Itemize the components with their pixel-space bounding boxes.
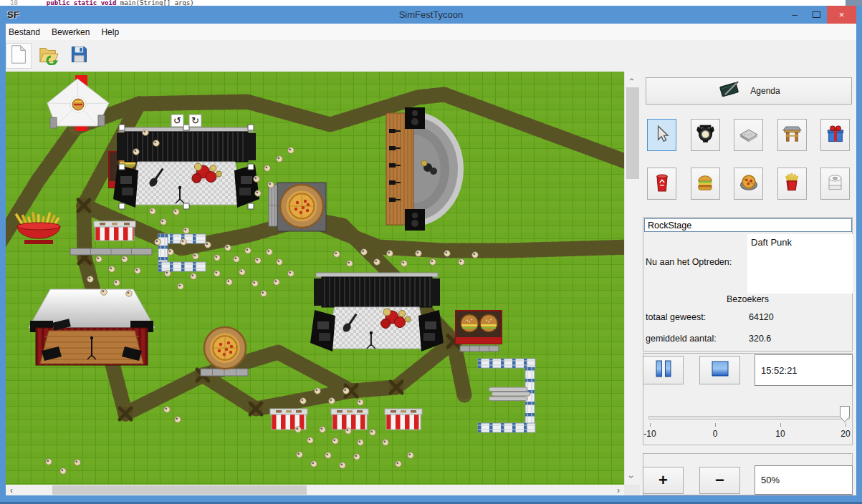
map-bench-planks[interactable] <box>269 185 278 226</box>
festival-map[interactable]: ↺↻ <box>6 72 624 485</box>
cursor-tool-button[interactable] <box>647 119 676 151</box>
open-folder-button[interactable] <box>36 43 62 69</box>
new-file-button[interactable] <box>6 43 32 69</box>
speed-slider-track[interactable] <box>648 416 850 420</box>
ide-code-keywords: public static void <box>47 0 117 6</box>
map-pizza-table[interactable] <box>204 327 246 369</box>
minimize-button[interactable]: – <box>784 6 805 24</box>
rotate-right-button[interactable]: ↻ <box>189 115 201 127</box>
agenda-button[interactable]: Agenda <box>646 77 852 105</box>
map-striped-stand[interactable] <box>270 409 307 430</box>
tool-row-2 <box>647 168 850 200</box>
scroll-left-icon[interactable]: ‹ <box>10 486 13 495</box>
ide-code-rest: main(String[] args) <box>116 0 193 6</box>
window-controls: – × <box>784 6 856 24</box>
stop-icon <box>710 360 730 380</box>
menu-item-bestand[interactable]: Bestand <box>0 27 46 37</box>
svg-text:↺: ↺ <box>173 115 181 126</box>
map-horizontal-scrollbar[interactable]: ‹ › <box>6 485 624 495</box>
rotate-left-button[interactable]: ↺ <box>171 115 183 127</box>
zoom-level-field[interactable]: 50% <box>755 465 853 495</box>
scroll-up-icon[interactable]: › <box>627 78 636 81</box>
slider-tick-label: 0 <box>701 429 729 439</box>
window-title: SimFestTycoon <box>0 9 862 20</box>
vertical-scroll-thumb[interactable] <box>626 87 639 179</box>
menu-bar: BestandBewerkenHelp <box>0 24 856 41</box>
burger-tool-button[interactable] <box>691 168 720 200</box>
average-visitors-value: 320.6 <box>749 334 771 344</box>
now-playing-label: Nu aan het Optreden: <box>646 257 732 267</box>
slider-tick-label: -10 <box>636 429 664 439</box>
road-icon <box>739 125 759 146</box>
gift-icon <box>825 124 846 147</box>
now-playing-value: Daft Punk <box>747 234 853 294</box>
background-ide-fragment <box>846 0 862 6</box>
total-visitors-value: 64120 <box>749 312 774 322</box>
cursor-icon <box>653 125 671 146</box>
gift-tool-button[interactable] <box>820 119 850 151</box>
window-border-left <box>0 24 6 495</box>
toilet-paper-tool-button[interactable] <box>820 168 850 200</box>
selected-object-name-input[interactable]: RockStage <box>644 218 852 232</box>
burger-icon <box>695 173 715 195</box>
tool-row-1 <box>647 119 850 151</box>
toolbar <box>0 40 856 72</box>
trash-tool-button[interactable] <box>647 168 676 200</box>
map-vertical-scrollbar[interactable]: › › <box>624 72 640 485</box>
pizza-tool-button[interactable] <box>734 168 763 200</box>
slider-tick-label: 20 <box>831 429 860 439</box>
toilet-paper-icon <box>825 173 845 195</box>
map-bench-planks[interactable] <box>460 346 499 352</box>
maximize-icon <box>813 11 820 18</box>
trash-icon <box>653 173 671 195</box>
maximize-button[interactable] <box>805 6 827 24</box>
spotlight-icon <box>696 124 715 146</box>
total-visitors-label: totaal geweest: <box>646 312 706 322</box>
road-tool-button[interactable] <box>734 119 763 151</box>
map-striped-stand[interactable] <box>331 409 368 430</box>
map-bench-planks[interactable] <box>201 369 248 376</box>
map-striped-stand[interactable] <box>94 221 135 241</box>
pizza-icon <box>739 173 759 195</box>
zoom-in-button[interactable]: + <box>643 467 684 494</box>
window-border-right <box>856 24 862 495</box>
scroll-down-icon[interactable]: › <box>627 475 636 478</box>
pause-icon <box>651 359 676 381</box>
slider-tick <box>780 423 781 427</box>
gate-tool-button[interactable] <box>777 119 807 151</box>
map-bench-planks[interactable] <box>70 248 152 255</box>
app-window: 10public static void main(String[] args)… <box>0 0 862 504</box>
gate-icon <box>782 124 802 146</box>
menu-item-bewerken[interactable]: Bewerken <box>46 27 95 37</box>
window-border-bottom <box>0 495 862 504</box>
close-button[interactable]: × <box>827 6 856 24</box>
minus-icon: − <box>715 472 724 488</box>
speed-slider[interactable]: -1001020 <box>648 401 850 442</box>
scroll-right-icon[interactable]: › <box>617 486 620 495</box>
save-icon <box>69 44 89 67</box>
map-burger-stand[interactable] <box>456 311 502 344</box>
slider-tick <box>650 423 651 427</box>
ide-line-number: 10 <box>0 0 47 6</box>
zoom-out-button[interactable]: − <box>699 467 740 494</box>
map-pipe-stack[interactable] <box>489 387 530 401</box>
title-bar: SF SimFestTycoon – × <box>0 6 862 24</box>
stop-button[interactable] <box>699 356 740 384</box>
agenda-button-label: Agenda <box>750 86 780 96</box>
slider-tick <box>715 423 716 427</box>
spotlight-tool-button[interactable] <box>691 119 720 151</box>
map-striped-stand[interactable] <box>385 409 422 430</box>
save-button[interactable] <box>66 43 92 69</box>
pause-button[interactable] <box>643 356 684 384</box>
horizontal-scroll-thumb[interactable] <box>52 485 307 495</box>
speed-slider-thumb[interactable] <box>840 406 850 422</box>
fries-tool-button[interactable] <box>777 168 807 200</box>
map-country-stage[interactable] <box>29 289 155 365</box>
slider-tick-label: 10 <box>766 429 795 439</box>
svg-text:↻: ↻ <box>191 115 199 126</box>
background-ide-strip: 10public static void main(String[] args) <box>0 0 862 6</box>
map-pizza-table[interactable] <box>277 183 326 231</box>
menu-item-help[interactable]: Help <box>95 27 125 37</box>
map-viewport[interactable]: ↺↻ <box>6 72 624 485</box>
slider-tick <box>846 423 846 427</box>
